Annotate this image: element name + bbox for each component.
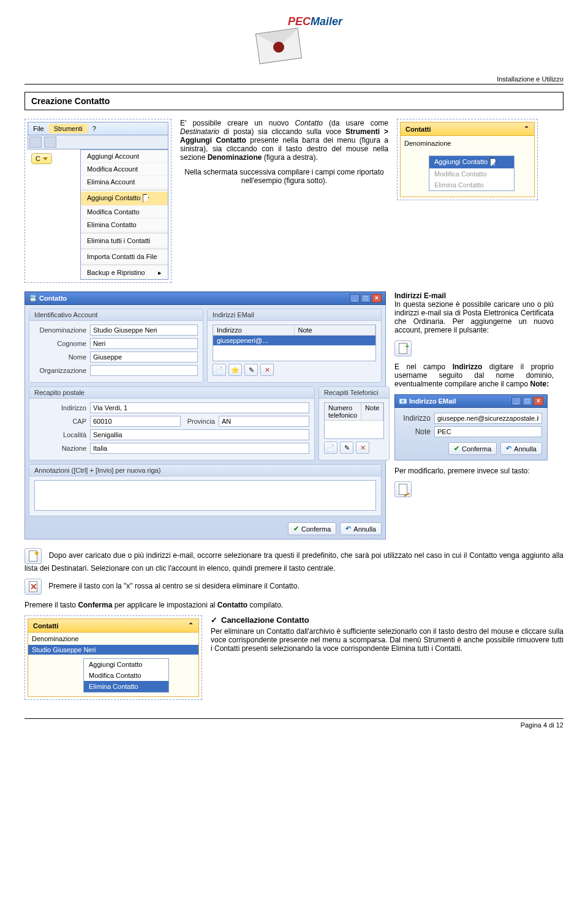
minimize-button[interactable]: _ [350, 294, 360, 303]
nazione-input[interactable] [90, 443, 309, 454]
organizzazione-input[interactable] [90, 365, 198, 376]
toolbar-icon[interactable] [44, 137, 56, 148]
email-conferma-button[interactable]: ✔Conferma [448, 442, 497, 455]
add-icon-inline: + [394, 340, 412, 356]
menu-item-aggiungi-contatto[interactable]: Aggiungi Contatto [81, 192, 168, 206]
header-subtitle: Installazione e Utilizzo [24, 75, 564, 83]
email-dialog: 📧 Indirizzo EMail _ □ × Indirizzo Note ✔… [394, 394, 548, 460]
delete-email-button[interactable]: ✕ [260, 364, 274, 376]
ctx-modifica-contatto[interactable]: Modifica Contatto [84, 670, 168, 681]
right-column-text: Indirizzi E-mailIn questa sezione è poss… [394, 291, 554, 497]
toolbar-icon[interactable] [29, 137, 42, 148]
contatto-form-window: 📇 Contatto _ □ × Identificativo Account … [24, 291, 386, 539]
email-annulla-button[interactable]: ↶Annulla [500, 442, 542, 455]
annulla-button[interactable]: ↶Annulla [340, 522, 382, 535]
group-annotazioni-header: Annotazioni ([Ctrl] + [Invio] per nuova … [29, 465, 381, 476]
menu-item-elimina-contatto[interactable]: Elimina Contatto [81, 219, 168, 231]
maximize-button[interactable]: □ [361, 294, 371, 303]
provincia-input[interactable] [219, 416, 309, 427]
menu-file[interactable]: File [28, 124, 49, 133]
strumenti-dropdown: Aggiungi Account Modifica Account Elimin… [80, 149, 168, 280]
intro-text: E' possibile creare un nuovo Contatto (d… [180, 119, 388, 191]
delete-phone-button[interactable]: ✕ [356, 442, 369, 454]
email-dialog-titlebar: 📧 Indirizzo EMail _ □ × [394, 394, 548, 408]
menu-item-backup[interactable]: Backup e Ripristino▸ [81, 266, 168, 279]
indirizzo-input[interactable] [90, 402, 309, 413]
annotazioni-textarea[interactable] [34, 480, 376, 511]
nazione-label: Nazione [34, 445, 86, 452]
app-menubar: File Strumenti ? [28, 122, 168, 135]
contatti-panel-header[interactable]: Contatti⌃ [400, 122, 535, 136]
maximize-button[interactable]: □ [522, 397, 532, 405]
cap-input[interactable] [90, 416, 181, 427]
paragraph-conferma: Premere il tasto Conferma per applicare … [24, 601, 564, 609]
menu-item-aggiungi-account[interactable]: Aggiungi Account [81, 150, 168, 163]
menu-item-elimina-tutti[interactable]: Elimina tutti i Contatti [81, 235, 168, 247]
group-telefonici-header: Recapiti Telefonici [319, 387, 389, 399]
paragraph-delete: ✕ Premere il tasto con la "x" rossa al c… [24, 579, 564, 595]
group-indirizzi-header: Indirizzi EMail [208, 309, 381, 321]
email-note-label: Note [400, 427, 431, 436]
cursor-icon [143, 194, 149, 203]
denominazione-label: Denominazione [34, 326, 86, 334]
organizzazione-label: Organizzazione [34, 367, 86, 374]
denominazione-label: Denominazione [404, 140, 530, 147]
menu-item-modifica-account[interactable]: Modifica Account [81, 163, 168, 176]
menu-strumenti[interactable]: Strumenti [49, 124, 88, 133]
close-button[interactable]: × [372, 294, 382, 303]
minimize-button[interactable]: _ [511, 397, 521, 405]
window-titlebar: 📇 Contatto _ □ × [24, 291, 386, 305]
default-email-button[interactable]: ⭐ [228, 364, 242, 376]
indirizzi-listbox[interactable]: IndirizzoNote giuseppeneri@… [213, 325, 376, 361]
context-menu: Aggiungi Contatto Modifica Contatto Elim… [83, 658, 169, 693]
localita-label: Località [34, 431, 86, 438]
ctx-elimina-contatto[interactable]: Elimina Contatto [84, 681, 168, 692]
menu-item-importa[interactable]: Importa Contatti da File [81, 250, 168, 263]
contatti-panel-header[interactable]: Contatti⌃ [28, 618, 199, 633]
pecmailer-logo: PECMailer [239, 12, 349, 67]
header-rule [24, 84, 564, 85]
group-identificativo-header: Identificativo Account [29, 309, 203, 321]
section-title: Creazione Contatto [24, 92, 564, 110]
contatti-panel-screenshot: Contatti⌃ Denominazione Aggiungi Contatt… [397, 119, 538, 200]
toolbar [28, 135, 168, 149]
email-indirizzo-input[interactable] [434, 413, 542, 424]
denominazione-input[interactable] [90, 325, 198, 336]
provincia-label: Provincia [184, 418, 215, 425]
ctx-modifica-contatto[interactable]: Modifica Contatto [429, 168, 514, 179]
account-chip[interactable]: C [31, 153, 52, 164]
add-phone-button[interactable]: 📄 [324, 442, 337, 454]
denominazione-label: Denominazione [28, 633, 198, 645]
edit-icon-inline [394, 481, 412, 497]
page-footer: Pagina 4 di 12 [24, 718, 564, 729]
cap-label: CAP [34, 418, 86, 425]
ctx-aggiungi-contatto[interactable]: Aggiungi Contatto [429, 156, 514, 168]
default-icon-inline: ★ [24, 548, 42, 564]
cognome-label: Cognome [34, 340, 86, 347]
email-note-input[interactable] [434, 426, 542, 437]
nome-input[interactable] [90, 351, 198, 363]
nome-label: Nome [34, 353, 86, 361]
close-button[interactable]: × [533, 397, 543, 405]
cognome-input[interactable] [90, 338, 198, 349]
edit-phone-button[interactable]: ✎ [340, 442, 353, 454]
telefoni-listbox[interactable]: Numero telefonicoNote [324, 402, 384, 439]
add-email-button[interactable]: 📄 [213, 364, 226, 376]
logo-area: PECMailer [24, 12, 564, 69]
email-indirizzo-label: Indirizzo [400, 414, 431, 423]
edit-email-button[interactable]: ✎ [244, 364, 258, 376]
menu-item-elimina-account[interactable]: Elimina Account [81, 176, 168, 189]
delete-icon-inline: ✕ [24, 579, 42, 595]
conferma-button[interactable]: ✔Conferma [288, 522, 336, 535]
ctx-aggiungi-contatto[interactable]: Aggiungi Contatto [84, 659, 168, 670]
selected-contact[interactable]: Studio Giuseppe Neri [28, 645, 198, 655]
context-menu: Aggiungi Contatto Modifica Contatto Elim… [429, 156, 514, 191]
menu-screenshot-left: File Strumenti ? C Aggiungi Account Modi… [24, 119, 172, 283]
cursor-icon [490, 158, 496, 167]
cancel-panel-screenshot: Contatti⌃ Denominazione Studio Giuseppe … [24, 615, 202, 700]
menu-item-modifica-contatto[interactable]: Modifica Contatto [81, 206, 168, 219]
group-recapito-header: Recapito postale [29, 387, 314, 399]
ctx-elimina-contatto[interactable]: Elimina Contatto [429, 179, 514, 190]
localita-input[interactable] [90, 429, 309, 440]
menu-help[interactable]: ? [88, 124, 101, 133]
